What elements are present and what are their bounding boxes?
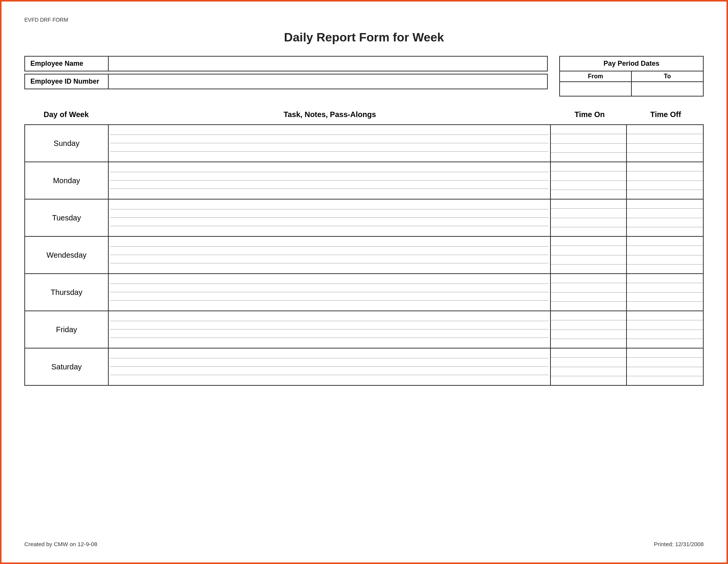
table-row: Saturday — [25, 348, 703, 385]
timeoff-sub-row — [627, 190, 703, 199]
timeoff-group-monday — [627, 162, 703, 199]
col-header-timeoff: Time Off — [628, 108, 704, 121]
timeoff-sub-row — [627, 339, 703, 348]
page-title: Daily Report Form for Week — [24, 30, 704, 44]
day-cell-thursday: Thursday — [25, 274, 109, 311]
timeoff-group-thursday — [627, 274, 703, 311]
timeoff-sub-row — [627, 265, 703, 273]
timeon-sub-row — [551, 349, 626, 358]
timeoff-sub-row — [627, 358, 703, 367]
tasks-cell-thursday — [109, 274, 551, 311]
timeon-sub-row — [551, 144, 626, 153]
timeoff-group-wendesday — [627, 237, 703, 273]
timeon-sub-row — [551, 227, 626, 236]
timeon-group-saturday — [551, 349, 627, 385]
col-header-timeon: Time On — [552, 108, 628, 121]
day-cell-tuesday: Tuesday — [25, 200, 109, 236]
timeoff-sub-row — [627, 320, 703, 330]
timeon-sub-row — [551, 339, 626, 348]
timeoff-sub-row — [627, 209, 703, 218]
tasks-cell-monday — [109, 162, 551, 199]
form-label: EVFD DRF FORM — [24, 17, 704, 23]
pay-period-section: Pay Period Dates From To — [559, 56, 704, 97]
timeoff-sub-row — [627, 181, 703, 190]
timeon-group-sunday — [551, 125, 627, 162]
col-header-tasks: Task, Notes, Pass-Alongs — [108, 108, 552, 121]
table-row: Wendesday — [25, 236, 703, 273]
col-header-day: Day of Week — [24, 108, 108, 121]
footer-created: Created by CMW on 12-9-08 — [24, 541, 97, 547]
timeoff-group-sunday — [627, 125, 703, 162]
timeon-sub-row — [551, 200, 626, 209]
tasks-cell-friday — [109, 311, 551, 348]
employee-id-label: Employee ID Number — [25, 74, 109, 89]
table-row: Tuesday — [25, 199, 703, 236]
timeoff-sub-row — [627, 144, 703, 153]
timeon-sub-row — [551, 358, 626, 367]
timeon-sub-row — [551, 181, 626, 190]
from-label: From — [560, 71, 631, 82]
timeoff-sub-row — [627, 311, 703, 320]
employee-id-input[interactable] — [109, 74, 547, 89]
day-cell-monday: Monday — [25, 162, 109, 199]
timeon-sub-row — [551, 255, 626, 265]
employee-name-row: Employee Name — [24, 56, 548, 71]
day-cell-wendesday: Wendesday — [25, 237, 109, 273]
pay-period-dates: From To — [559, 71, 704, 97]
tasks-cell-saturday — [109, 349, 551, 385]
table-row: Friday — [25, 311, 703, 348]
timeoff-sub-row — [627, 376, 703, 385]
timeoff-sub-row — [627, 367, 703, 376]
employee-name-input[interactable] — [109, 57, 547, 71]
pay-period-from: From — [560, 71, 632, 96]
timeon-sub-row — [551, 265, 626, 273]
footer-printed: Printed: 12/31/2008 — [654, 541, 704, 547]
table-row: Thursday — [25, 273, 703, 311]
timeoff-sub-row — [627, 302, 703, 311]
table-headers: Day of Week Task, Notes, Pass-Alongs Tim… — [24, 108, 704, 121]
pay-period-from-input[interactable] — [560, 82, 631, 96]
pay-period-header: Pay Period Dates — [559, 56, 704, 71]
timeoff-sub-row — [627, 153, 703, 162]
timeon-sub-row — [551, 134, 626, 143]
employee-id-row: Employee ID Number — [24, 74, 548, 89]
timeon-sub-row — [551, 376, 626, 385]
timeoff-sub-row — [627, 246, 703, 255]
timeon-sub-row — [551, 246, 626, 255]
timeon-sub-row — [551, 330, 626, 339]
timeoff-sub-row — [627, 293, 703, 302]
timeoff-group-friday — [627, 311, 703, 348]
timeoff-sub-row — [627, 283, 703, 292]
timeon-sub-row — [551, 293, 626, 302]
table-row: Monday — [25, 162, 703, 199]
table-row: Sunday — [25, 125, 703, 162]
table-section: Day of Week Task, Notes, Pass-Alongs Tim… — [24, 108, 704, 386]
tasks-cell-wendesday — [109, 237, 551, 273]
timeon-group-friday — [551, 311, 627, 348]
timeoff-group-tuesday — [627, 200, 703, 236]
timeon-group-monday — [551, 162, 627, 199]
timeoff-sub-row — [627, 349, 703, 358]
timeon-sub-row — [551, 367, 626, 376]
timeoff-sub-row — [627, 237, 703, 246]
employee-name-label: Employee Name — [25, 57, 109, 71]
day-cell-friday: Friday — [25, 311, 109, 348]
timeon-group-tuesday — [551, 200, 627, 236]
timeon-group-wendesday — [551, 237, 627, 273]
to-label: To — [632, 71, 703, 82]
pay-period-to: To — [632, 71, 703, 96]
timeoff-sub-row — [627, 330, 703, 339]
timeoff-sub-row — [627, 227, 703, 236]
timeoff-sub-row — [627, 162, 703, 171]
timeoff-sub-row — [627, 134, 703, 143]
timeoff-sub-row — [627, 274, 703, 283]
timeoff-sub-row — [627, 218, 703, 227]
employee-fields: Employee Name Employee ID Number — [24, 56, 548, 97]
page-container: EVFD DRF FORM Daily Report Form for Week… — [0, 0, 728, 564]
footer: Created by CMW on 12-9-08 Printed: 12/31… — [24, 541, 704, 547]
timeon-sub-row — [551, 311, 626, 320]
timeoff-sub-row — [627, 255, 703, 265]
timeon-sub-row — [551, 171, 626, 181]
table-body: SundayMondayTuesdayWendesdayThursdayFrid… — [24, 124, 704, 386]
pay-period-to-input[interactable] — [632, 82, 703, 96]
